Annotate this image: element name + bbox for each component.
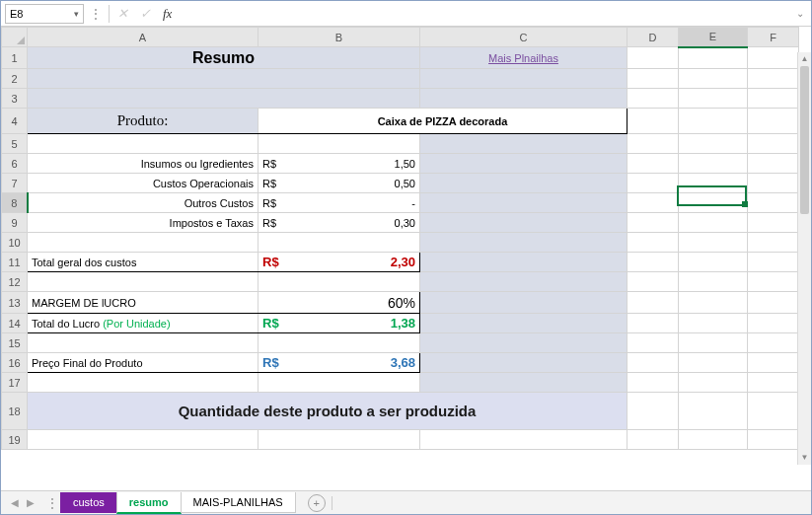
row-header-14[interactable]: 14 [2, 314, 28, 333]
cell-C10[interactable] [420, 233, 627, 253]
row-header-12[interactable]: 12 [2, 272, 28, 292]
cell-F13[interactable] [748, 292, 799, 314]
row-header-5[interactable]: 5 [2, 134, 28, 154]
cell-F3[interactable] [748, 89, 799, 109]
expand-formula-bar-icon[interactable]: ⌄ [793, 8, 807, 19]
cell-F2[interactable] [748, 69, 799, 89]
cell-C6[interactable] [420, 154, 627, 174]
row-header-7[interactable]: 7 [2, 174, 28, 193]
cell-D11[interactable] [627, 253, 679, 272]
cell-A3[interactable] [28, 89, 420, 109]
cell-F4[interactable] [748, 109, 799, 134]
name-box-resize-handle[interactable]: ⋮ [88, 7, 105, 21]
sheet-tab-custos[interactable]: custos [60, 492, 117, 513]
cell-F5[interactable] [748, 134, 799, 154]
row-header-10[interactable]: 10 [2, 233, 28, 253]
cell-E1[interactable] [679, 47, 748, 69]
cell-A10[interactable] [28, 233, 258, 253]
cell-A2[interactable] [28, 69, 420, 89]
cell-B11[interactable]: R$2,30 [258, 253, 420, 272]
cell-B9[interactable]: R$0,30 [258, 213, 420, 233]
cell-E9[interactable] [679, 213, 748, 233]
cell-E10[interactable] [679, 233, 748, 253]
cell-C1[interactable]: Mais Plnailhas [420, 47, 627, 69]
cell-E2[interactable] [679, 69, 748, 89]
select-all-corner[interactable] [2, 28, 28, 47]
formula-input[interactable] [180, 4, 789, 24]
column-header-C[interactable]: C [420, 28, 627, 47]
mais-planilhas-link[interactable]: Mais Plnailhas [488, 52, 558, 64]
scroll-up-arrow-icon[interactable]: ▲ [798, 52, 811, 66]
cell-E19[interactable] [679, 430, 748, 450]
cell-B19[interactable] [258, 430, 420, 450]
cell-B16[interactable]: R$3,68 [258, 353, 420, 373]
cell-E18[interactable] [679, 393, 748, 430]
cell-A11[interactable]: Total geral dos custos [28, 253, 258, 272]
tab-navigation[interactable]: ◀ ▶ [1, 497, 44, 508]
cell-E17[interactable] [679, 373, 748, 393]
spreadsheet-grid[interactable]: ABCDEF 1ResumoMais Plnailhas234Produto:C… [1, 27, 811, 488]
cell-D12[interactable] [627, 272, 679, 292]
cell-A18[interactable]: Quantidade deste produto a ser produzida [28, 393, 627, 430]
cell-D19[interactable] [627, 430, 679, 450]
cell-D3[interactable] [627, 89, 679, 109]
cell-D14[interactable] [627, 314, 679, 333]
cell-B12[interactable] [258, 272, 420, 292]
cell-B4[interactable]: Caixa de PIZZA decorada [258, 109, 627, 134]
column-header-D[interactable]: D [627, 28, 679, 47]
row-header-9[interactable]: 9 [2, 213, 28, 233]
cell-A16[interactable]: Preço Final do Produto [28, 353, 258, 373]
cell-D4[interactable] [627, 109, 679, 134]
cell-F12[interactable] [748, 272, 799, 292]
cell-C7[interactable] [420, 174, 627, 193]
cell-B10[interactable] [258, 233, 420, 253]
cell-E7[interactable] [679, 174, 748, 193]
row-header-17[interactable]: 17 [2, 373, 28, 393]
cell-D1[interactable] [627, 47, 679, 69]
cell-F7[interactable] [748, 174, 799, 193]
row-header-8[interactable]: 8 [2, 193, 28, 213]
cell-C9[interactable] [420, 213, 627, 233]
cell-B13[interactable]: 60% [258, 292, 420, 314]
cell-C12[interactable] [420, 272, 627, 292]
cell-C16[interactable] [420, 353, 627, 373]
cell-C14[interactable] [420, 314, 627, 333]
tab-nav-next-icon[interactable]: ▶ [27, 497, 35, 508]
cell-B5[interactable] [258, 134, 420, 154]
cell-D6[interactable] [627, 154, 679, 174]
cell-A13[interactable]: MARGEM DE lUCRO [28, 292, 258, 314]
cell-C3[interactable] [420, 89, 627, 109]
cell-F19[interactable] [748, 430, 799, 450]
vertical-scrollbar[interactable]: ▲ ▼ [797, 52, 811, 465]
cell-E15[interactable] [679, 333, 748, 353]
row-header-3[interactable]: 3 [2, 89, 28, 109]
cell-D8[interactable] [627, 193, 679, 213]
scroll-down-arrow-icon[interactable]: ▼ [798, 451, 811, 465]
sheet-tab-mais-planilhas[interactable]: MAIS-PLANILHAS [181, 492, 296, 513]
cell-C5[interactable] [420, 134, 627, 154]
column-header-B[interactable]: B [258, 28, 420, 47]
row-header-6[interactable]: 6 [2, 154, 28, 174]
cell-C17[interactable] [420, 373, 627, 393]
column-header-E[interactable]: E [679, 28, 748, 47]
cell-F1[interactable] [748, 47, 799, 69]
cell-E12[interactable] [679, 272, 748, 292]
add-sheet-button[interactable]: + [308, 494, 326, 512]
cell-E8[interactable] [679, 193, 748, 213]
cell-D7[interactable] [627, 174, 679, 193]
cell-D15[interactable] [627, 333, 679, 353]
cell-F11[interactable] [748, 253, 799, 272]
cell-D13[interactable] [627, 292, 679, 314]
cell-F14[interactable] [748, 314, 799, 333]
cell-E13[interactable] [679, 292, 748, 314]
cell-D5[interactable] [627, 134, 679, 154]
cell-A17[interactable] [28, 373, 258, 393]
cell-D9[interactable] [627, 213, 679, 233]
cell-C19[interactable] [420, 430, 627, 450]
cell-F9[interactable] [748, 213, 799, 233]
column-header-A[interactable]: A [28, 28, 258, 47]
cell-C13[interactable] [420, 292, 627, 314]
cell-B6[interactable]: R$1,50 [258, 154, 420, 174]
row-header-13[interactable]: 13 [2, 292, 28, 314]
cell-A1[interactable]: Resumo [28, 47, 420, 69]
